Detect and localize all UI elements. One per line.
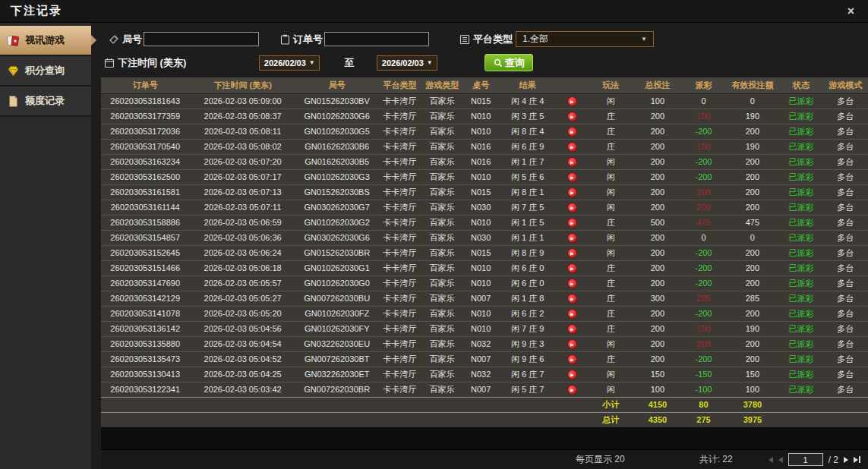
table-row[interactable]: 2602030531354732026-02-03 05:04:52GN0072… — [101, 351, 868, 367]
table-row[interactable]: 2602030531615812026-02-03 05:07:13GN0152… — [101, 184, 868, 200]
cell-result: 闲 5 庄 7 — [499, 382, 556, 397]
sidebar-item-quota-records[interactable]: 额度记录 — [0, 87, 91, 117]
col-header-table: 桌号 — [462, 77, 499, 93]
table-row[interactable]: 2602030531816432026-02-03 05:09:00GN0152… — [101, 93, 868, 109]
order-number-input[interactable] — [324, 32, 429, 46]
play-video-icon[interactable]: ▶ — [567, 187, 577, 197]
table-row[interactable]: 2602030531720362026-02-03 05:08:11GN0102… — [101, 124, 868, 139]
cell-valid: 200 — [725, 154, 779, 169]
query-button[interactable]: 查询 — [485, 54, 533, 71]
play-video-icon[interactable]: ▶ — [567, 263, 577, 273]
table-row[interactable]: 2602030531548572026-02-03 05:06:36GN0302… — [101, 230, 868, 245]
cell-method: 闲 — [589, 382, 634, 397]
play-video-icon[interactable]: ▶ — [567, 294, 577, 304]
play-video-icon[interactable]: ▶ — [567, 112, 577, 121]
cell-method: 闲 — [589, 154, 634, 169]
table-row[interactable]: 2602030531526452026-02-03 05:06:24GN0152… — [101, 245, 868, 260]
cell-round: GN015262030BV — [296, 93, 378, 109]
cell-total: 150 — [633, 367, 681, 382]
play-video-icon[interactable]: ▶ — [567, 142, 577, 152]
play-video-icon[interactable]: ▶ — [567, 127, 577, 137]
cell-table: N016 — [462, 139, 499, 154]
table-row[interactable]: 2602030531410782026-02-03 05:05:20GN0102… — [101, 306, 868, 321]
cell-order: 260203053170540 — [101, 139, 189, 154]
play-video-icon[interactable]: ▶ — [567, 172, 577, 182]
cell-method: 闲 — [589, 169, 634, 184]
next-page-icon[interactable] — [844, 457, 848, 463]
cell-video: ▶ — [556, 245, 588, 260]
sidebar-item-points-query[interactable]: 积分查询 — [0, 56, 91, 87]
cell-table: N032 — [462, 367, 499, 382]
cell-round: GN010262030G0 — [296, 275, 378, 291]
cell-total: 200 — [633, 321, 681, 336]
play-video-icon[interactable]: ▶ — [567, 157, 577, 167]
cell-payout: -200 — [682, 351, 726, 367]
cell-method: 庄 — [589, 321, 634, 336]
close-icon[interactable]: × — [844, 5, 857, 18]
table-row[interactable]: 2602030531611442026-02-03 05:07:11GN0302… — [101, 200, 868, 215]
cell-round: GN015262030BS — [296, 184, 378, 200]
play-video-icon[interactable]: ▶ — [567, 279, 577, 288]
table-row[interactable]: 2602030531358802026-02-03 05:04:54GN0322… — [101, 336, 868, 351]
date-to-picker[interactable]: 2026/02/03 ▼ — [377, 55, 437, 71]
table-row[interactable]: 2602030531476902026-02-03 05:05:57GN0102… — [101, 275, 868, 291]
platform-type-select[interactable]: 1.全部 ▼ — [516, 31, 654, 47]
play-video-icon[interactable]: ▶ — [567, 385, 577, 395]
play-video-icon[interactable]: ▶ — [567, 248, 577, 258]
play-video-icon[interactable]: ▶ — [567, 354, 577, 364]
table-row[interactable]: 2602030531514662026-02-03 05:06:18GN0102… — [101, 260, 868, 275]
last-page-icon[interactable] — [854, 456, 860, 463]
cell-round: GN010262030G3 — [296, 169, 378, 184]
table-row[interactable]: 2602030531773592026-02-03 05:08:37GN0102… — [101, 109, 868, 124]
cell-method: 庄 — [589, 275, 634, 291]
table-row[interactable]: 2602030531625002026-02-03 05:07:17GN0102… — [101, 169, 868, 184]
table-row[interactable]: 2602030531361422026-02-03 05:04:56GN0102… — [101, 321, 868, 336]
first-page-icon[interactable] — [769, 457, 773, 463]
cell-game: 百家乐 — [421, 109, 462, 124]
cell-table: N015 — [462, 93, 499, 109]
play-video-icon[interactable]: ▶ — [567, 339, 577, 349]
cell-mode: 多台 — [822, 139, 868, 154]
cell-game: 百家乐 — [421, 230, 462, 245]
page-number-input[interactable] — [788, 453, 823, 466]
play-video-icon[interactable]: ▶ — [567, 233, 577, 243]
table-row[interactable]: 2602030531223412026-02-03 05:03:42GN0072… — [101, 382, 868, 397]
sidebar-item-video-games[interactable]: 视讯游戏 — [0, 26, 91, 56]
table-row[interactable]: 2602030531421292026-02-03 05:05:27GN0072… — [101, 291, 868, 306]
cell-platform: 卡卡湾厅 — [378, 200, 422, 215]
cell-video: ▶ — [556, 321, 588, 336]
date-from-picker[interactable]: 2026/02/03 ▼ — [259, 55, 320, 71]
table-row[interactable]: 2602030531705402026-02-03 05:08:02GN0162… — [101, 139, 868, 154]
prev-page-icon[interactable] — [778, 457, 783, 463]
col-header-round: 局号 — [296, 77, 378, 93]
cell-table: N010 — [462, 169, 499, 184]
cell-time: 2026-02-03 05:05:27 — [189, 291, 295, 306]
play-video-icon[interactable]: ▶ — [567, 324, 577, 334]
cell-result: 闲 9 庄 3 — [499, 336, 556, 351]
cell-method: 庄 — [589, 109, 634, 124]
play-video-icon[interactable]: ▶ — [567, 370, 577, 379]
cell-video: ▶ — [556, 124, 588, 139]
cell-mode: 多台 — [822, 230, 868, 245]
cell-video: ▶ — [556, 184, 588, 200]
play-video-icon[interactable]: ▶ — [567, 309, 577, 319]
cell-mode: 多台 — [822, 184, 868, 200]
cell-status: 已派彩 — [780, 230, 823, 245]
play-video-icon[interactable]: ▶ — [567, 218, 577, 228]
cell-round: GN030262030G6 — [296, 230, 378, 245]
cell-video: ▶ — [556, 351, 588, 367]
round-number-input[interactable] — [144, 32, 259, 46]
cell-mode: 多台 — [822, 321, 868, 336]
play-video-icon[interactable]: ▶ — [567, 96, 577, 106]
cell-time: 2026-02-03 05:06:59 — [189, 215, 295, 230]
cell-total: 200 — [633, 230, 681, 245]
cell-round: GN010262030G2 — [296, 215, 378, 230]
play-video-icon[interactable]: ▶ — [567, 203, 577, 212]
table-row[interactable]: 2602030531588862026-02-03 05:06:59GN0102… — [101, 215, 868, 230]
cell-payout: 190 — [682, 321, 726, 336]
cell-video: ▶ — [556, 260, 588, 275]
cell-status: 已派彩 — [780, 245, 823, 260]
cell-order: 260203053163234 — [101, 154, 189, 169]
table-row[interactable]: 2602030531632342026-02-03 05:07:20GN0162… — [101, 154, 868, 169]
table-row[interactable]: 2602030531304132026-02-03 05:04:25GN0322… — [101, 367, 868, 382]
